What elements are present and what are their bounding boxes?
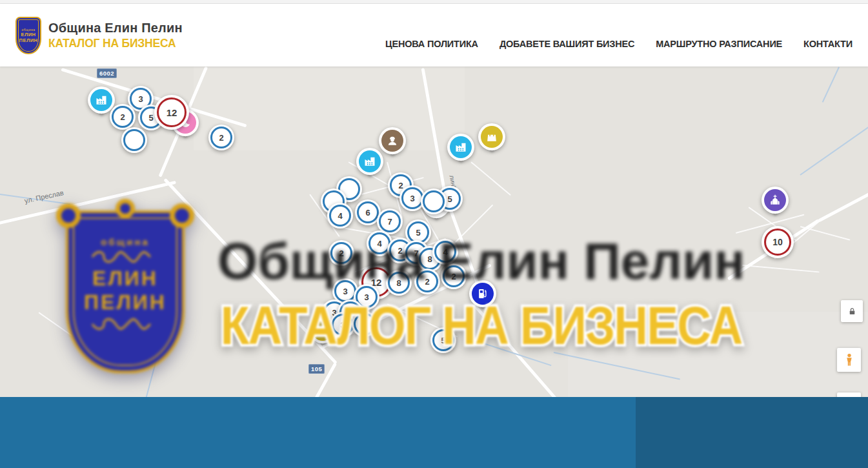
page: община ЕЛИН ПЕЛИН Община Елин Пелин КАТА…	[0, 0, 868, 468]
church-icon	[764, 189, 786, 211]
road-line	[800, 226, 851, 241]
watermark-crest-name2: ПЕЛИН	[84, 290, 167, 314]
crest-ornament	[90, 318, 161, 330]
main-nav: ЦЕНОВА ПОЛИТИКАДОБАВЕТЕ ВАШИЯТ БИЗНЕСМАР…	[385, 39, 853, 49]
map-cluster[interactable]: 12	[154, 95, 189, 130]
map-pin-church[interactable]	[762, 187, 789, 214]
watermark-crest-name1: ЕЛИН	[92, 267, 158, 290]
bag-icon	[481, 126, 503, 148]
site-logo[interactable]: община ЕЛИН ПЕЛИН Община Елин Пелин КАТА…	[15, 17, 183, 54]
cluster-count: 12	[157, 97, 187, 127]
road-line	[818, 192, 868, 223]
map-cluster[interactable]: 2	[110, 104, 136, 130]
pegman-icon	[842, 352, 857, 368]
crest-name-line2: ПЕЛИН	[19, 37, 38, 43]
cluster-count: 3	[401, 187, 423, 209]
street-view-pegman[interactable]	[837, 348, 861, 372]
padlock-icon	[847, 307, 857, 316]
factory-icon	[90, 89, 112, 111]
nav-item[interactable]: КОНТАКТИ	[803, 39, 853, 49]
factory-icon	[450, 136, 472, 158]
map-pin-factory[interactable]	[356, 148, 383, 175]
road-number-badge: 6002	[97, 68, 117, 78]
road-line	[470, 161, 511, 196]
watermark-crest-top: община	[101, 236, 150, 247]
road-number-badge: 105	[308, 364, 325, 374]
cluster-count	[123, 129, 145, 151]
nav-item[interactable]: ДОБАВЕТЕ ВАШИЯТ БИЗНЕС	[500, 39, 634, 49]
zoom-control: + −	[837, 392, 861, 397]
cluster-count: 7	[379, 210, 401, 232]
site-subtitle: КАТАЛОГ НА БИЗНЕСА	[48, 37, 183, 50]
road-line	[742, 265, 820, 272]
nav-item[interactable]: МАРШРУТНО РАЗПИСАНИЕ	[656, 39, 782, 49]
cluster-count: 2	[112, 106, 134, 128]
watermark-crest: община ЕЛИН ПЕЛИН	[57, 204, 194, 374]
cluster-count: 4	[329, 205, 351, 227]
watermark-subtitle: КАТАЛОГ НА БИЗНЕСА	[219, 290, 852, 362]
cluster-count: 2	[210, 127, 232, 148]
watermark-title: Община Елин Пелин	[217, 236, 745, 287]
crest-name-line1: ЕЛИН	[21, 32, 35, 37]
map-pin-bag[interactable]	[478, 123, 505, 150]
search-bar-right-panel	[636, 397, 868, 468]
zoom-in-button[interactable]: +	[837, 392, 861, 397]
site-title: Община Елин Пелин	[48, 21, 183, 36]
map-pin-factory[interactable]	[88, 86, 115, 114]
cluster-count	[423, 190, 445, 212]
svg-text:КАТАЛОГ НА БИЗНЕСА: КАТАЛОГ НА БИЗНЕСА	[221, 295, 742, 356]
map-canvas[interactable]: 6002105ул. Преславбул. „Новоселлин“	[0, 66, 868, 397]
stream-line	[800, 123, 868, 176]
map-cluster[interactable]: 2	[208, 125, 234, 150]
worker-icon	[381, 130, 403, 152]
map-cluster[interactable]	[421, 188, 447, 214]
map-pin-factory[interactable]	[447, 134, 474, 161]
crest-ornament	[90, 251, 161, 263]
factory-icon	[359, 150, 381, 172]
cluster-count: 10	[764, 229, 791, 256]
municipality-crest-icon: община ЕЛИН ПЕЛИН	[15, 17, 41, 54]
nav-item[interactable]: ЦЕНОВА ПОЛИТИКА	[385, 39, 478, 49]
cluster-count: 6	[357, 201, 379, 223]
map-cluster[interactable]	[121, 127, 147, 153]
header: община ЕЛИН ПЕЛИН Община Елин Пелин КАТА…	[0, 4, 868, 66]
stream-line	[822, 67, 840, 103]
search-bar: Категория Местоположение	[0, 397, 868, 468]
map-lock-button[interactable]	[841, 300, 863, 322]
map-cluster[interactable]: 4	[327, 203, 353, 229]
map-cluster[interactable]: 10	[762, 226, 794, 258]
